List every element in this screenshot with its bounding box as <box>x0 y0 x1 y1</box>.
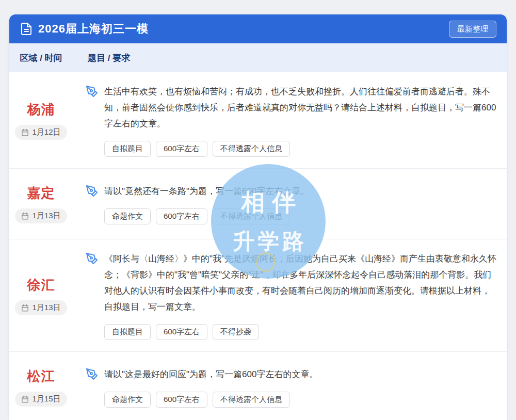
pen-icon <box>86 368 98 380</box>
region-time-cell: 徐汇 1月13日 <box>9 239 73 351</box>
requirement-tag: 自拟题目 <box>104 141 151 157</box>
exam-row: 徐汇 1月13日 <box>9 239 507 352</box>
region-time-cell: 杨浦 1月12日 <box>9 72 73 168</box>
document-icon <box>21 23 32 35</box>
table-header-row: 区域 / 时间 题目 / 要求 <box>9 43 507 72</box>
region-time-cell: 松江 1月15日 <box>9 352 73 420</box>
requirement-tags: 命题作文600字左右不得透露个人信息 <box>86 392 497 408</box>
requirement-tag: 不得透露个人信息 <box>213 392 290 408</box>
calendar-icon <box>21 212 29 220</box>
region-name: 松江 <box>27 367 55 385</box>
topic-requirements-cell: 《阿长与〈山海经〉》中的"我"先是厌烦阿长，后因她为自己买来《山海经》而产生由衷… <box>73 239 507 351</box>
date-badge: 1月13日 <box>15 300 67 315</box>
card-header-left: 2026届上海初三一模 <box>21 21 149 37</box>
requirement-tag: 600字左右 <box>156 208 207 224</box>
column-header-topic-requirements: 题目 / 要求 <box>73 52 130 64</box>
requirement-tag: 命题作文 <box>104 208 151 224</box>
requirement-tag: 600字左右 <box>156 392 207 408</box>
date-badge: 1月12日 <box>15 125 67 140</box>
prompt-block: 生活中有欢笑，也有烦恼和苦闷；有成功，也不乏失败和挫折。人们往往偏爱前者而逃避后… <box>86 84 497 132</box>
calendar-icon <box>21 304 29 312</box>
exam-row: 嘉定 1月13日 <box>9 169 507 239</box>
requirement-tag: 不得透露个人信息 <box>213 208 290 224</box>
region-time-cell: 嘉定 1月13日 <box>9 169 73 239</box>
requirement-tag: 命题作文 <box>104 392 151 408</box>
exam-row: 杨浦 1月12日 <box>9 72 507 169</box>
column-header-region-time: 区域 / 时间 <box>9 43 73 72</box>
requirement-tag: 自拟题目 <box>104 324 151 340</box>
date-text: 1月13日 <box>32 211 60 221</box>
requirement-tag: 不得抄袭 <box>213 324 259 340</box>
requirement-tags: 自拟题目600字左右不得抄袭 <box>86 324 497 340</box>
prompt-block: 请以"竟然还有一条路"为题，写一篇600字左右文章。 <box>86 183 497 199</box>
requirement-tag: 600字左右 <box>156 141 207 157</box>
latest-update-button[interactable]: 最新整理 <box>449 21 496 38</box>
exam-summary-card: 2026届上海初三一模 最新整理 区域 / 时间 题目 / 要求 杨浦 1月12… <box>9 14 507 420</box>
prompt-text: 生活中有欢笑，也有烦恼和苦闷；有成功，也不乏失败和挫折。人们往往偏爱前者而逃避后… <box>104 84 497 132</box>
topic-requirements-cell: 生活中有欢笑，也有烦恼和苦闷；有成功，也不乏失败和挫折。人们往往偏爱前者而逃避后… <box>73 72 507 168</box>
requirement-tags: 自拟题目600字左右不得透露个人信息 <box>86 141 497 157</box>
page-title: 2026届上海初三一模 <box>38 21 149 37</box>
region-name: 杨浦 <box>27 101 55 119</box>
pen-icon <box>86 252 98 265</box>
prompt-block: 《阿长与〈山海经〉》中的"我"先是厌烦阿长，后因她为自己买来《山海经》而产生由衷… <box>86 251 497 315</box>
requirement-tag: 600字左右 <box>156 324 207 340</box>
exam-rows-container: 杨浦 1月12日 <box>9 72 507 420</box>
date-text: 1月12日 <box>32 127 60 137</box>
page-background: 2026届上海初三一模 最新整理 区域 / 时间 题目 / 要求 杨浦 1月12… <box>0 0 516 420</box>
region-name: 嘉定 <box>27 184 55 202</box>
date-text: 1月13日 <box>32 303 60 313</box>
calendar-icon <box>21 395 29 403</box>
pen-icon <box>86 185 98 197</box>
prompt-text: 《阿长与〈山海经〉》中的"我"先是厌烦阿长，后因她为自己买来《山海经》而产生由衷… <box>104 251 497 315</box>
exam-row: 松江 1月15日 <box>9 352 507 420</box>
prompt-text: 请以"这是最好的回应"为题，写一篇600字左右的文章。 <box>104 366 318 382</box>
region-name: 徐汇 <box>27 276 55 294</box>
prompt-block: 请以"这是最好的回应"为题，写一篇600字左右的文章。 <box>86 366 497 382</box>
card-header: 2026届上海初三一模 最新整理 <box>9 14 507 43</box>
calendar-icon <box>21 128 29 136</box>
topic-requirements-cell: 请以"这是最好的回应"为题，写一篇600字左右的文章。 命题作文600字左右不得… <box>73 352 507 420</box>
prompt-text: 请以"竟然还有一条路"为题，写一篇600字左右文章。 <box>104 183 309 199</box>
requirement-tag: 不得透露个人信息 <box>213 141 290 157</box>
date-text: 1月15日 <box>32 394 60 404</box>
requirement-tags: 命题作文600字左右不得透露个人信息 <box>86 208 497 224</box>
date-badge: 1月13日 <box>15 208 67 223</box>
pen-icon <box>86 85 98 98</box>
date-badge: 1月15日 <box>15 392 67 407</box>
topic-requirements-cell: 请以"竟然还有一条路"为题，写一篇600字左右文章。 命题作文600字左右不得透… <box>73 169 507 239</box>
